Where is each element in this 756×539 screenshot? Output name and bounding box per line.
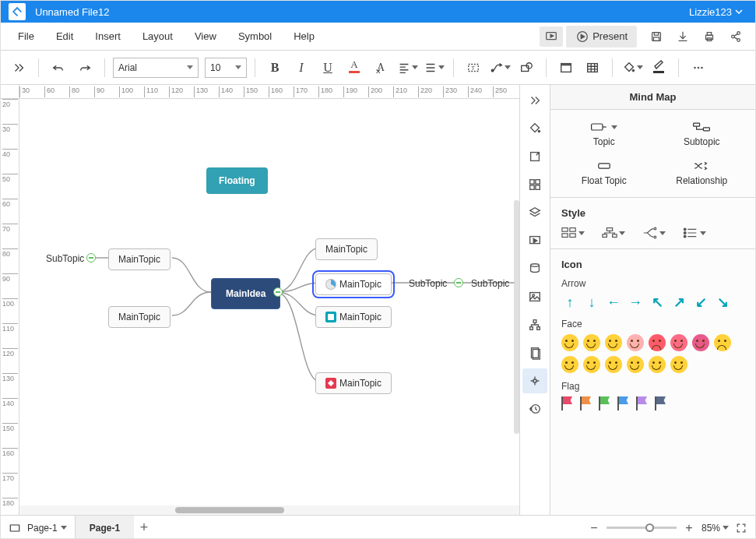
zoom-out-button[interactable]: − bbox=[588, 521, 600, 535]
right-main-topic-node-selected[interactable]: MainTopic bbox=[315, 273, 392, 295]
redo-icon[interactable] bbox=[73, 56, 97, 79]
insert-relationship-button[interactable]: Relationship bbox=[653, 157, 751, 189]
strip-grid-icon[interactable] bbox=[522, 172, 547, 197]
menu-layout[interactable]: Layout bbox=[133, 26, 182, 47]
page-list-icon[interactable] bbox=[9, 522, 21, 534]
right-main-topic-node[interactable]: MainTopic bbox=[315, 238, 378, 260]
more-tools-icon[interactable] bbox=[687, 56, 710, 79]
arrow-down-left-icon[interactable]: ↙ bbox=[692, 294, 709, 311]
menu-edit[interactable]: Edit bbox=[47, 26, 83, 47]
strip-mindmap-icon[interactable] bbox=[522, 368, 547, 393]
container-button[interactable] bbox=[554, 56, 578, 79]
expand-handle-icon[interactable] bbox=[86, 253, 96, 262]
present-button[interactable]: Present bbox=[566, 26, 637, 48]
shape-button[interactable] bbox=[515, 56, 538, 79]
add-page-button[interactable]: + bbox=[134, 520, 154, 536]
face-icon[interactable] bbox=[583, 334, 600, 351]
line-spacing-button[interactable] bbox=[422, 56, 445, 79]
face-icon[interactable] bbox=[583, 356, 600, 373]
slideshow-icon[interactable] bbox=[540, 26, 563, 47]
menu-file[interactable]: File bbox=[9, 26, 44, 47]
insert-subtopic-button[interactable]: Subtopic bbox=[653, 118, 751, 150]
expand-toolbar-icon[interactable] bbox=[7, 56, 30, 79]
style-list-button[interactable] bbox=[683, 227, 706, 239]
page-tab[interactable]: Page-1 bbox=[76, 516, 134, 539]
face-icon[interactable] bbox=[692, 334, 709, 351]
line-color-button[interactable] bbox=[647, 56, 670, 79]
strip-image-icon[interactable] bbox=[522, 284, 547, 309]
table-button[interactable] bbox=[581, 56, 604, 79]
bold-button[interactable]: B bbox=[263, 56, 287, 79]
left-main-topic-node[interactable]: MainTopic bbox=[108, 248, 171, 270]
arrow-left-icon[interactable]: ← bbox=[605, 294, 622, 311]
text-box-button[interactable]: T bbox=[462, 56, 485, 79]
strip-hierarchy-icon[interactable] bbox=[522, 312, 547, 337]
menu-view[interactable]: View bbox=[185, 26, 226, 47]
face-icon[interactable] bbox=[714, 334, 731, 351]
arrow-up-left-icon[interactable]: ↖ bbox=[649, 294, 666, 311]
save-icon[interactable] bbox=[645, 26, 668, 47]
flag-icon[interactable] bbox=[561, 396, 574, 410]
flag-icon[interactable] bbox=[617, 396, 630, 410]
style-hierarchy-button[interactable] bbox=[602, 227, 625, 239]
canvas[interactable]: Floating MainIdea MainTopic MainTopic Su… bbox=[19, 99, 519, 506]
face-icon[interactable] bbox=[670, 334, 687, 351]
arrow-down-icon[interactable]: ↓ bbox=[583, 294, 600, 311]
arrow-down-right-icon[interactable]: ↘ bbox=[714, 294, 731, 311]
right-sub-topic[interactable]: SubTopic bbox=[471, 278, 509, 289]
menu-symbol[interactable]: Symbol bbox=[229, 26, 281, 47]
face-icon[interactable] bbox=[605, 334, 622, 351]
page-select[interactable]: Page-1 bbox=[27, 523, 67, 534]
arrow-up-icon[interactable]: ↑ bbox=[561, 294, 578, 311]
arrow-up-right-icon[interactable]: ↗ bbox=[670, 294, 687, 311]
canvas-hscroll[interactable] bbox=[19, 506, 519, 515]
font-color-button[interactable]: A bbox=[343, 56, 366, 79]
style-branch-button[interactable] bbox=[642, 227, 666, 239]
face-icon[interactable] bbox=[670, 356, 687, 373]
user-menu-button[interactable]: Lizzie123 bbox=[684, 4, 747, 20]
face-icon[interactable] bbox=[561, 356, 578, 373]
insert-topic-button[interactable]: Topic bbox=[555, 118, 653, 150]
right-main-topic-node[interactable]: MainTopic bbox=[315, 372, 392, 394]
font-size-select[interactable]: 10 bbox=[205, 58, 247, 78]
face-icon[interactable] bbox=[627, 356, 644, 373]
share-icon[interactable] bbox=[724, 26, 747, 47]
connector-button[interactable] bbox=[488, 56, 512, 79]
strip-history-icon[interactable] bbox=[522, 396, 547, 421]
flag-icon[interactable] bbox=[655, 396, 667, 410]
face-icon[interactable] bbox=[627, 334, 644, 351]
strip-fill-icon[interactable] bbox=[522, 116, 547, 141]
flag-icon[interactable] bbox=[599, 396, 611, 410]
menu-help[interactable]: Help bbox=[284, 26, 324, 47]
face-icon[interactable] bbox=[605, 356, 622, 373]
zoom-in-button[interactable]: + bbox=[683, 521, 695, 535]
face-icon[interactable] bbox=[649, 334, 666, 351]
left-sub-topic[interactable]: SubTopic bbox=[46, 253, 84, 264]
menu-insert[interactable]: Insert bbox=[86, 26, 130, 47]
strip-export-icon[interactable] bbox=[522, 144, 547, 169]
flag-icon[interactable] bbox=[580, 396, 592, 410]
undo-icon[interactable] bbox=[47, 56, 70, 79]
main-idea-node[interactable]: MainIdea bbox=[211, 278, 280, 309]
right-main-topic-node[interactable]: MainTopic bbox=[315, 306, 392, 328]
print-icon[interactable] bbox=[698, 26, 721, 47]
floating-topic-node[interactable]: Floating bbox=[206, 167, 268, 194]
left-main-topic-node[interactable]: MainTopic bbox=[108, 306, 171, 328]
style-layout-button[interactable] bbox=[561, 227, 585, 239]
face-icon[interactable] bbox=[649, 356, 666, 373]
download-icon[interactable] bbox=[671, 26, 694, 47]
align-button[interactable] bbox=[396, 56, 419, 79]
clear-format-button[interactable]: A✕ bbox=[369, 56, 392, 79]
face-icon[interactable] bbox=[561, 334, 578, 351]
expand-handle-icon[interactable] bbox=[454, 278, 463, 287]
strip-collapse-icon[interactable] bbox=[522, 88, 547, 113]
font-select[interactable]: Arial bbox=[113, 58, 199, 78]
zoom-slider[interactable] bbox=[607, 527, 677, 529]
arrow-right-icon[interactable]: → bbox=[627, 294, 644, 311]
strip-present-icon[interactable] bbox=[522, 228, 547, 253]
flag-icon[interactable] bbox=[636, 396, 649, 410]
insert-float-topic-button[interactable]: Float Topic bbox=[555, 157, 653, 189]
fit-screen-icon[interactable] bbox=[735, 522, 747, 534]
canvas-vscroll[interactable] bbox=[514, 200, 519, 434]
expand-handle-icon[interactable] bbox=[273, 287, 283, 297]
